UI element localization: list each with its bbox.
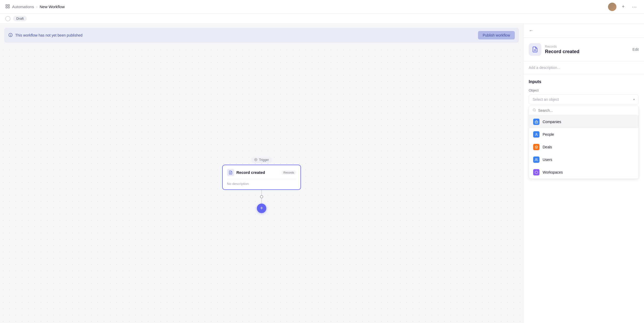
search-box bbox=[529, 106, 638, 115]
panel-description: Add a description... bbox=[523, 61, 644, 74]
publish-workflow-button[interactable]: Publish workflow bbox=[478, 31, 515, 39]
svg-point-7 bbox=[255, 158, 257, 161]
people-label: People bbox=[543, 132, 554, 137]
topbar-left: Automations › New Workflow bbox=[5, 4, 65, 9]
description-input[interactable]: Add a description... bbox=[529, 65, 639, 70]
deals-label: Deals bbox=[543, 145, 552, 149]
notification-banner: This workflow has not yet been published… bbox=[4, 28, 519, 43]
node-badge: Records bbox=[281, 170, 296, 175]
connector-dot bbox=[260, 195, 263, 198]
notification-message: This workflow has not yet been published bbox=[15, 33, 82, 37]
svg-point-6 bbox=[10, 36, 11, 36]
node-divider bbox=[227, 179, 296, 179]
canvas-work-area: Trigger bbox=[0, 47, 523, 323]
users-icon bbox=[533, 157, 539, 163]
automations-link[interactable]: Automations bbox=[12, 4, 34, 9]
svg-marker-18 bbox=[535, 171, 538, 174]
add-button[interactable]: + bbox=[620, 3, 627, 11]
workflow-node-container: Trigger bbox=[222, 157, 301, 213]
svg-point-17 bbox=[535, 158, 536, 159]
notification-left: This workflow has not yet been published bbox=[8, 33, 82, 38]
right-panel: ← Records Record created Edit Add a desc… bbox=[523, 24, 644, 323]
search-input[interactable] bbox=[538, 108, 635, 113]
main-area: This workflow has not yet been published… bbox=[0, 24, 644, 323]
draft-toggle[interactable] bbox=[5, 16, 11, 21]
panel-title: Record created bbox=[545, 49, 579, 54]
companies-icon bbox=[533, 119, 539, 125]
connector-line-top bbox=[261, 190, 262, 195]
dropdown-item-deals[interactable]: Deals bbox=[529, 141, 638, 153]
connector-line-bottom bbox=[261, 198, 262, 204]
breadcrumb-divider: › bbox=[36, 4, 37, 9]
draft-badge: Draft bbox=[13, 16, 27, 21]
companies-label: Companies bbox=[543, 120, 561, 124]
svg-point-13 bbox=[533, 109, 536, 111]
panel-category: Records bbox=[545, 45, 579, 48]
object-select-dropdown[interactable]: Select an object ▾ bbox=[529, 94, 639, 104]
dropdown-item-workspaces[interactable]: Workspaces bbox=[529, 166, 638, 179]
svg-point-16 bbox=[536, 133, 537, 134]
info-icon bbox=[8, 33, 13, 38]
svg-line-14 bbox=[535, 111, 536, 111]
deals-icon bbox=[533, 144, 539, 150]
trigger-label: Trigger bbox=[251, 157, 272, 163]
dropdown-item-people[interactable]: People bbox=[529, 128, 638, 141]
edit-button[interactable]: Edit bbox=[632, 47, 639, 52]
workspaces-label: Workspaces bbox=[543, 170, 563, 174]
workflow-node[interactable]: Record created Records No description bbox=[222, 165, 301, 190]
dropdown-item-users[interactable]: Users bbox=[529, 153, 638, 166]
dropdown-item-companies[interactable]: Companies bbox=[529, 115, 638, 128]
workflow-title: New Workflow bbox=[40, 4, 65, 9]
trigger-icon bbox=[254, 158, 257, 162]
svg-rect-0 bbox=[6, 4, 7, 6]
trigger-label-container: Trigger bbox=[251, 157, 272, 163]
more-menu-button[interactable]: ⋯ bbox=[630, 3, 639, 11]
dropdown-menu: Companies People bbox=[529, 105, 639, 179]
users-label: Users bbox=[543, 158, 552, 162]
svg-rect-3 bbox=[8, 7, 9, 8]
node-icon bbox=[227, 169, 234, 176]
people-icon bbox=[533, 131, 539, 138]
status-bar: Draft bbox=[0, 14, 644, 24]
panel-title-area: Records Record created bbox=[545, 45, 579, 54]
inputs-label: Inputs bbox=[529, 79, 639, 84]
panel-header-left: Records Record created bbox=[529, 43, 579, 56]
trigger-label-text: Trigger bbox=[259, 158, 269, 162]
svg-rect-1 bbox=[8, 4, 9, 6]
search-icon bbox=[533, 108, 536, 113]
automations-icon bbox=[5, 4, 10, 9]
workspaces-icon bbox=[533, 169, 539, 175]
panel-header: Records Record created Edit bbox=[523, 38, 644, 61]
node-title: Record created bbox=[236, 170, 265, 175]
svg-rect-15 bbox=[535, 121, 538, 123]
node-header: Record created Records bbox=[227, 169, 296, 176]
svg-point-8 bbox=[256, 159, 256, 160]
avatar bbox=[608, 3, 616, 11]
svg-rect-2 bbox=[6, 7, 7, 8]
panel-back-button[interactable]: ← bbox=[523, 24, 644, 38]
chevron-down-icon: ▾ bbox=[633, 98, 635, 101]
add-node-button[interactable]: + bbox=[257, 204, 266, 213]
topbar: Automations › New Workflow + ⋯ bbox=[0, 0, 644, 14]
topbar-right: + ⋯ bbox=[608, 3, 639, 11]
panel-icon bbox=[529, 43, 541, 56]
canvas: This workflow has not yet been published… bbox=[0, 24, 523, 323]
object-label: Object bbox=[529, 88, 639, 92]
select-placeholder: Select an object bbox=[533, 97, 559, 102]
panel-inputs: Inputs Object Select an object ▾ bbox=[523, 74, 644, 184]
node-description: No description bbox=[227, 182, 296, 186]
node-title-area: Record created bbox=[227, 169, 265, 176]
